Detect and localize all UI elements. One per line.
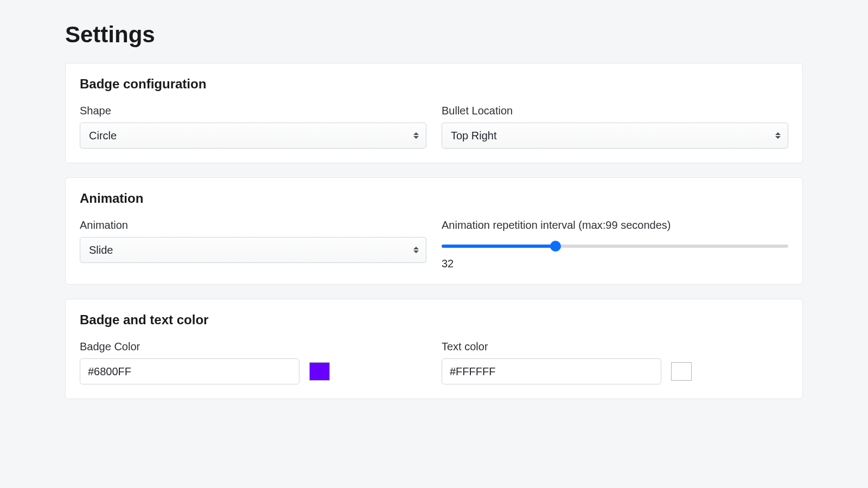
text-color-label: Text color (442, 341, 788, 353)
text-color-swatch[interactable] (671, 362, 692, 381)
animation-interval-slider[interactable] (442, 245, 788, 248)
shape-select[interactable]: Circle (80, 123, 426, 149)
animation-card: Animation Animation Slide Animation repe… (65, 177, 803, 285)
badge-configuration-card: Badge configuration Shape Circle Bullet … (65, 63, 803, 163)
badge-color-label: Badge Color (80, 341, 426, 353)
animation-type-select[interactable]: Slide (80, 237, 426, 263)
color-title: Badge and text color (80, 312, 788, 328)
badge-color-swatch[interactable] (309, 362, 330, 381)
color-card: Badge and text color Badge Color Text co… (65, 299, 803, 399)
animation-type-label: Animation (80, 219, 426, 232)
bullet-location-select[interactable]: Top Right (442, 123, 788, 149)
badge-configuration-title: Badge configuration (80, 76, 788, 92)
text-color-input[interactable] (442, 358, 661, 384)
animation-interval-value: 32 (442, 258, 788, 270)
bullet-location-label: Bullet Location (442, 105, 788, 117)
animation-interval-label: Animation repetition interval (max:99 se… (442, 219, 788, 232)
badge-color-input[interactable] (80, 358, 299, 384)
page-title: Settings (65, 22, 803, 48)
shape-label: Shape (80, 105, 426, 117)
animation-title: Animation (80, 191, 788, 206)
